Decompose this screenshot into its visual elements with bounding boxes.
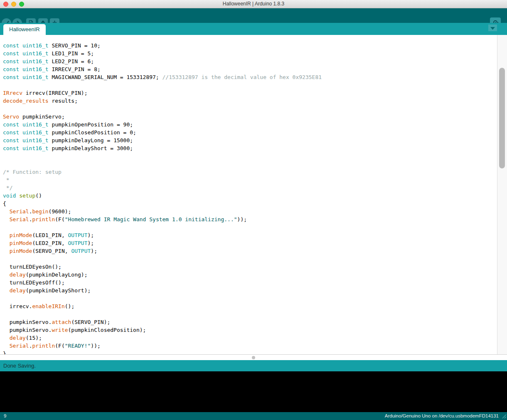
code-line: turnLEDEyesOn();	[3, 263, 497, 271]
code-line	[3, 255, 497, 263]
code-editor[interactable]: const uint16_t SERVO_PIN = 10;const uint…	[0, 35, 497, 354]
code-line: const uint16_t LED2_PIN = 6;	[3, 57, 497, 65]
code-line: delay(15);	[3, 334, 497, 342]
code-line	[3, 294, 497, 302]
code-line: const uint16_t MAGICWAND_SERIAL_NUM = 15…	[3, 73, 497, 81]
board-port-info: Arduino/Genuino Uno on /dev/cu.usbmodemF…	[385, 412, 499, 420]
code-line: void setup()	[3, 192, 497, 200]
code-line: pumpkinServo.attach(SERVO_PIN);	[3, 318, 497, 326]
code-line: const uint16_t SERVO_PIN = 10;	[3, 42, 497, 49]
code-line: /* Function: setup	[3, 168, 497, 176]
minimize-window-button[interactable]	[11, 2, 16, 7]
code-line: pinMode(SERVO_PIN, OUTPUT);	[3, 247, 497, 255]
editor-console-splitter[interactable]	[0, 354, 507, 360]
status-bar: Done Saving.	[0, 360, 507, 371]
code-line	[3, 105, 497, 113]
code-line: pumpkinServo.write(pumpkinClosedPosition…	[3, 326, 497, 334]
code-line: irrecv.enableIRIn();	[3, 302, 497, 310]
code-line: */	[3, 184, 497, 192]
code-line: Servo pumpkinServo;	[3, 113, 497, 121]
code-line	[3, 160, 497, 168]
cursor-line-number: 9	[4, 412, 6, 420]
code-area[interactable]: const uint16_t SERVO_PIN = 10;const uint…	[0, 35, 497, 354]
splitter-grip-icon[interactable]	[252, 356, 255, 359]
code-line: pinMode(LED1_PIN, OUTPUT);	[3, 231, 497, 239]
editor-scrollbar-thumb[interactable]	[499, 68, 505, 168]
code-line: const uint16_t pumpkinOpenPosition = 90;	[3, 121, 497, 128]
resize-grip-icon[interactable]	[501, 413, 507, 420]
code-line: delay(pumpkinDelayLong);	[3, 271, 497, 279]
code-line: {	[3, 200, 497, 208]
code-line: pinMode(LED2_PIN, OUTPUT);	[3, 239, 497, 247]
code-line: }	[3, 350, 497, 354]
code-line	[3, 152, 497, 160]
code-line: Serial.begin(9600);	[3, 208, 497, 215]
code-line: *	[3, 176, 497, 184]
code-line: IRrecv irrecv(IRRECV_PIN);	[3, 89, 497, 97]
code-line: decode_results results;	[3, 97, 497, 105]
code-line: turnLEDEyesOff();	[3, 279, 497, 287]
title-bar: HalloweenIR | Arduino 1.8.3	[0, 0, 507, 8]
close-window-button[interactable]	[3, 2, 8, 7]
footer-bar: 9 Arduino/Genuino Uno on /dev/cu.usbmode…	[0, 412, 507, 420]
toolbar	[0, 8, 507, 23]
code-line: const uint16_t pumpkinDelayLong = 15000;	[3, 136, 497, 144]
code-line	[3, 81, 497, 89]
code-line: delay(pumpkinDelayShort);	[3, 287, 497, 294]
tab-list-dropdown-button[interactable]	[488, 25, 497, 31]
tab-bar: HalloweenIR	[0, 23, 507, 35]
chevron-down-icon	[490, 24, 495, 32]
tab-label: HalloweenIR	[9, 26, 40, 32]
code-line: const uint16_t pumpkinDelayShort = 3000;	[3, 144, 497, 152]
console-output	[0, 371, 507, 412]
code-line: const uint16_t IRRECV_PIN = 8;	[3, 65, 497, 73]
code-line: Serial.println(F("Homebrewed IR Magic Wa…	[3, 215, 497, 223]
zoom-window-button[interactable]	[19, 2, 24, 7]
code-line: const uint16_t LED1_PIN = 5;	[3, 49, 497, 57]
status-message: Done Saving.	[3, 363, 36, 369]
code-line	[3, 310, 497, 318]
code-line: const uint16_t pumpkinClosedPosition = 0…	[3, 128, 497, 136]
window-title: HalloweenIR | Arduino 1.8.3	[0, 0, 507, 8]
tab-halloweenir[interactable]: HalloweenIR	[3, 24, 46, 35]
editor-scrollbar[interactable]	[497, 35, 507, 354]
code-line: Serial.println(F("READY!"));	[3, 342, 497, 350]
code-line	[3, 223, 497, 231]
